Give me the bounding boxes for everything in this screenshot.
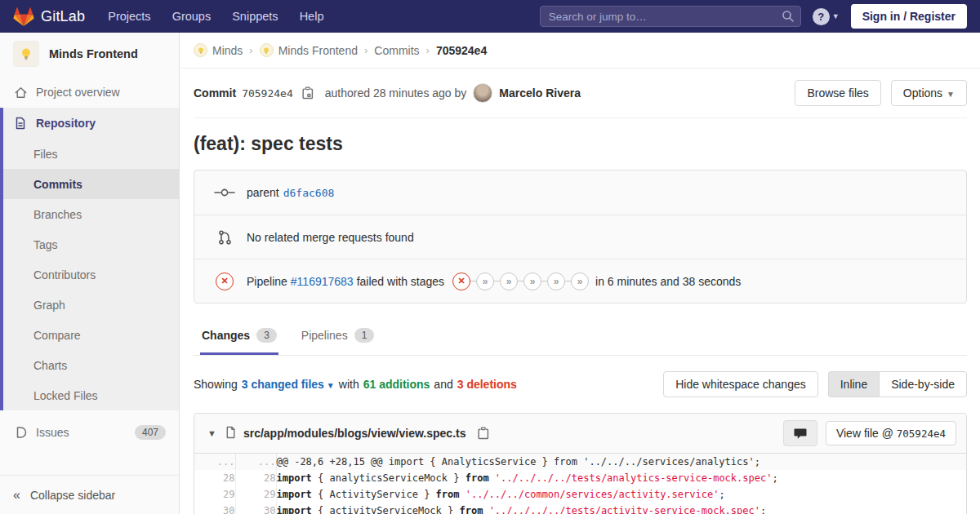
stage-failed-icon[interactable]: ✕ [452, 273, 470, 290]
new-line-number[interactable]: 29 [235, 486, 276, 503]
navbar-right: ? ▼ Sign in / Register [540, 4, 967, 29]
copy-icon [301, 86, 314, 100]
sidebar-item-branches[interactable]: Branches [3, 199, 179, 229]
side-by-side-view-button[interactable]: Side-by-side [879, 371, 967, 397]
toggle-comments-button[interactable] [783, 420, 817, 446]
tab-pipelines[interactable]: Pipelines1 [300, 317, 376, 355]
code-token: ; [760, 505, 766, 514]
sidebar-item-charts[interactable]: Charts [3, 350, 179, 380]
commit-header: Commit 705924e4 authored 28 minutes ago … [194, 69, 967, 118]
copy-file-path-button[interactable] [469, 427, 489, 440]
tab-count-badge: 3 [256, 328, 277, 343]
home-icon [13, 86, 28, 100]
diff-code-line: @@ -28,6 +28,15 @@ import { AnalyticsSer… [276, 454, 966, 470]
document-icon [13, 117, 28, 130]
brand-text: GitLab [41, 8, 85, 25]
diff-row-hunk: ......@@ -28,6 +28,15 @@ import { Analyt… [194, 454, 966, 470]
nav-link-snippets[interactable]: Snippets [232, 10, 278, 23]
stage-skipped-icon[interactable]: » [571, 273, 589, 290]
breadcrumb-item: Commits [374, 44, 419, 57]
breadcrumb-link-commits[interactable]: Commits [374, 44, 419, 57]
sidebar-item-project-overview[interactable]: Project overview [0, 77, 179, 108]
new-line-number[interactable]: 28 [235, 470, 276, 486]
diff-row-ctx: 2929import { ActivityService } from '../… [194, 486, 966, 503]
code-token: { ActivityService } [312, 489, 436, 500]
options-label: Options [903, 86, 942, 100]
deletions-count: 3 deletions [457, 378, 517, 391]
pipeline-id-link[interactable]: #116917683 [291, 275, 354, 288]
author-avatar[interactable] [473, 83, 492, 103]
pipeline-row: ✕ Pipeline #116917683 failed with stages… [194, 259, 966, 303]
project-context[interactable]: Minds Frontend [0, 33, 179, 77]
tab-changes[interactable]: Changes3 [200, 317, 278, 355]
collapse-diff-caret-icon[interactable]: ▼ [207, 428, 216, 438]
diff-file-path[interactable]: src/app/modules/blogs/view/view.spec.ts [243, 427, 466, 440]
nav-link-groups[interactable]: Groups [172, 10, 212, 23]
code-token: import [277, 505, 312, 514]
changed-files-dropdown[interactable]: 3 changed files▼ [242, 378, 335, 391]
chevron-down-icon: ▼ [832, 12, 840, 20]
sidebar-nav: Project overview Repository FilesCommits… [0, 77, 179, 448]
stage-skipped-icon[interactable]: » [523, 273, 541, 290]
old-line-number[interactable]: 28 [194, 470, 235, 486]
breadcrumb-link-minds[interactable]: Minds [212, 44, 243, 57]
nav-link-projects[interactable]: Projects [108, 10, 150, 23]
new-line-number[interactable]: 30 [235, 503, 276, 514]
new-line-number[interactable]: ... [235, 454, 276, 470]
code-token: '../../../../tests/analytics-service-moc… [495, 472, 773, 484]
sidebar-item-commits[interactable]: Commits [3, 169, 179, 199]
stage-skipped-icon[interactable]: » [476, 273, 494, 290]
sidebar-item-compare[interactable]: Compare [3, 320, 179, 350]
mini-pipeline-graph: ✕»»»»» [452, 273, 589, 290]
help-menu[interactable]: ? ▼ [813, 8, 840, 25]
breadcrumb-current: 705924e4 [436, 44, 487, 57]
stage-skipped-icon[interactable]: » [547, 273, 565, 290]
code-token: ; [772, 472, 777, 484]
old-line-number[interactable]: 29 [194, 486, 235, 503]
gitlab-logo[interactable]: GitLab [13, 7, 85, 27]
old-line-number[interactable]: 30 [194, 503, 235, 514]
issues-count-badge: 407 [135, 425, 166, 440]
stage-skipped-icon[interactable]: » [500, 273, 518, 290]
code-token: { analyticsServiceMock } [312, 472, 466, 484]
sidebar-item-files[interactable]: Files [3, 139, 179, 169]
nav-link-help[interactable]: Help [300, 10, 324, 23]
parent-sha-link[interactable]: d6fac608 [283, 187, 335, 199]
options-dropdown-button[interactable]: Options▼ [891, 80, 967, 106]
help-icon: ? [813, 8, 830, 25]
sidebar-item-locked-files[interactable]: Locked Files [3, 380, 179, 410]
commit-icon [214, 187, 235, 198]
breadcrumb-separator: › [426, 44, 430, 56]
inline-view-button[interactable]: Inline [828, 371, 879, 397]
breadcrumb-link-minds-frontend[interactable]: Minds Frontend [278, 44, 358, 57]
showing-label: Showing [194, 378, 238, 391]
merge-request-row: No related merge requests found [194, 215, 966, 259]
diff-row-ctx: 3030import { activityServiceMock } from … [194, 503, 966, 514]
sign-in-button[interactable]: Sign in / Register [851, 4, 967, 29]
author-name[interactable]: Marcelo Rivera [499, 86, 581, 100]
view-file-button[interactable]: View file @ 705924e4 [826, 421, 956, 445]
with-label: with [339, 378, 359, 391]
sidebar-item-repository[interactable]: Repository [3, 108, 179, 139]
minds-avatar-icon [194, 43, 207, 57]
browse-files-button[interactable]: Browse files [795, 80, 880, 106]
search-icon[interactable] [782, 10, 795, 23]
copy-commit-sha-button[interactable] [293, 86, 314, 100]
project-name: Minds Frontend [49, 47, 138, 60]
collapse-icon: « [13, 488, 20, 503]
sidebar-item-issues[interactable]: Issues 407 [0, 417, 179, 448]
search-input[interactable] [540, 6, 801, 27]
tab-label: Changes [202, 329, 250, 342]
pipeline-duration: in 6 minutes and 38 seconds [595, 275, 741, 288]
search-box[interactable] [540, 6, 801, 27]
breadcrumb-separator: › [249, 44, 252, 56]
caret-down-icon: ▼ [327, 381, 335, 390]
sidebar-item-contributors[interactable]: Contributors [3, 259, 179, 290]
stage-connector [494, 281, 500, 281]
sidebar-item-tags[interactable]: Tags [3, 229, 179, 259]
code-token: from [459, 505, 483, 514]
collapse-sidebar-button[interactable]: « Collapse sidebar [0, 475, 179, 514]
hide-whitespace-button[interactable]: Hide whitespace changes [663, 371, 818, 397]
sidebar-item-graph[interactable]: Graph [3, 290, 179, 320]
old-line-number[interactable]: ... [194, 454, 235, 470]
